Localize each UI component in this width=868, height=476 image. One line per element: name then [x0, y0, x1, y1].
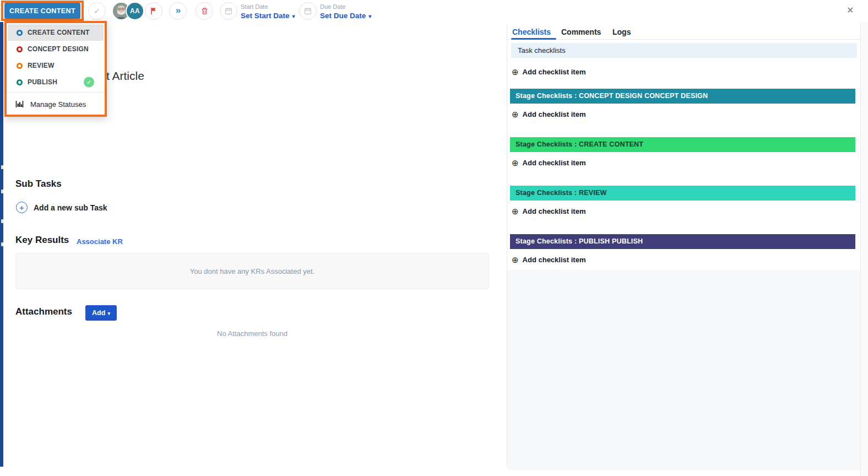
- due-date-label: Due Date: [320, 3, 345, 10]
- status-dot-icon: [17, 30, 23, 36]
- move-forward-button[interactable]: »: [169, 2, 187, 20]
- assignee-avatar[interactable]: AA: [126, 2, 144, 20]
- add-attachment-label: Add: [92, 309, 105, 317]
- status-option-create-content[interactable]: CREATE CONTENT: [8, 24, 104, 41]
- status-option-label: REVIEW: [28, 62, 55, 69]
- circle-plus-icon: +: [16, 202, 28, 213]
- sidebar-clipped-text-fragment: [1, 165, 3, 169]
- status-option-publish[interactable]: PUBLISH ✓: [8, 74, 104, 90]
- status-option-review[interactable]: REVIEW: [8, 57, 104, 74]
- dropdown-divider: [7, 92, 105, 93]
- add-subtask-label: Add a new sub Task: [34, 203, 107, 212]
- add-checklist-item-button[interactable]: ⊕ Add checklist item: [512, 207, 585, 215]
- set-start-date-link[interactable]: Set Start Date▾: [241, 12, 295, 20]
- caret-down-icon: ▾: [368, 13, 371, 19]
- task-title-fragment[interactable]: t Article: [106, 69, 144, 83]
- status-dropdown-menu: CREATE CONTENT CONCEPT DESIGN REVIEW PUB…: [7, 23, 105, 115]
- tab-logs[interactable]: Logs: [612, 28, 631, 36]
- add-checklist-item-button[interactable]: ⊕ Add checklist item: [512, 159, 585, 167]
- add-checklist-item-label: Add checklist item: [523, 159, 586, 167]
- status-option-label: CONCEPT DESIGN: [28, 45, 89, 53]
- stage-checklist-header-publish: Stage Checklists : PUBLISH PUBLISH: [510, 234, 855, 249]
- tab-checklists[interactable]: Checklists: [512, 28, 551, 36]
- panel-background: [507, 270, 860, 470]
- manage-statuses-item[interactable]: Manage Statuses: [7, 96, 105, 112]
- due-date-calendar-button[interactable]: [299, 2, 317, 20]
- circle-plus-icon: ⊕: [512, 110, 519, 118]
- circle-plus-icon: ⊕: [512, 207, 519, 215]
- status-option-label: CREATE CONTENT: [28, 29, 90, 36]
- panel-divider: [507, 25, 507, 467]
- scrollbar-gutter[interactable]: [860, 0, 868, 476]
- add-checklist-item-label: Add checklist item: [523, 256, 586, 264]
- add-attachment-button[interactable]: Add▾: [85, 305, 117, 321]
- add-checklist-item-button[interactable]: ⊕ Add checklist item: [512, 256, 585, 264]
- add-checklist-item-label: Add checklist item: [523, 68, 586, 76]
- status-dot-icon: [17, 63, 23, 69]
- calendar-icon: [304, 7, 312, 15]
- set-start-date-text: Set Start Date: [241, 12, 290, 20]
- close-modal-button[interactable]: ✕: [847, 5, 854, 15]
- sidebar-clipped-text-fragment: [1, 190, 3, 193]
- check-icon: ✓: [94, 6, 101, 16]
- double-chevron-icon: »: [176, 5, 180, 17]
- calendar-icon: [225, 7, 232, 15]
- annotation-highlight-status-dropdown: CREATE CONTENT CONCEPT DESIGN REVIEW PUB…: [4, 21, 107, 117]
- add-checklist-item-label: Add checklist item: [523, 207, 586, 215]
- circle-plus-icon: ⊕: [512, 159, 519, 167]
- flag-priority-button[interactable]: [145, 2, 162, 20]
- task-checklists-header: Task checklists: [511, 43, 857, 58]
- stage-checklist-header-create-content: Stage Checklists : CREATE CONTENT: [510, 137, 855, 152]
- attachments-heading: Attachments: [15, 306, 72, 317]
- trash-icon: [201, 7, 208, 15]
- add-checklist-item-label: Add checklist item: [523, 110, 586, 118]
- caret-down-icon: ▾: [292, 13, 295, 19]
- bar-chart-icon: [15, 100, 24, 108]
- start-date-label: Start Date: [241, 3, 268, 10]
- check-icon: ✓: [86, 79, 91, 86]
- key-results-empty-box: You dont have any KRs Associated yet.: [15, 253, 489, 289]
- active-tab-underline: [511, 38, 556, 40]
- key-results-empty-text: You dont have any KRs Associated yet.: [190, 267, 314, 275]
- tab-row-border: [507, 39, 860, 40]
- add-checklist-item-button[interactable]: ⊕ Add checklist item: [512, 110, 585, 118]
- set-due-date-text: Set Due Date: [320, 12, 366, 20]
- checked-status-icon: ✓: [84, 77, 94, 88]
- add-checklist-item-button[interactable]: ⊕ Add checklist item: [512, 68, 585, 76]
- caret-down-icon: ▾: [107, 311, 110, 316]
- status-option-concept-design[interactable]: CONCEPT DESIGN: [8, 41, 104, 57]
- tab-comments[interactable]: Comments: [561, 28, 601, 36]
- sidebar-clipped-text-fragment: [1, 242, 3, 246]
- status-dot-icon: [17, 46, 23, 52]
- subtasks-heading: Sub Tasks: [15, 178, 62, 190]
- circle-plus-icon: ⊕: [512, 68, 519, 76]
- stage-checklist-header-concept-design: Stage Checklists : CONCEPT DESIGN CONCEP…: [510, 89, 855, 104]
- task-detail-modal: CREATE CONTENT ✓ AA »: [0, 0, 868, 476]
- delete-task-button[interactable]: [196, 2, 213, 20]
- complete-task-button[interactable]: ✓: [88, 2, 106, 20]
- attachments-empty-text: No Attachments found: [15, 329, 489, 338]
- circle-plus-icon: ⊕: [512, 256, 519, 264]
- associate-kr-link[interactable]: Associate KR: [77, 237, 123, 246]
- start-date-calendar-button[interactable]: [220, 2, 237, 20]
- sidebar-clipped-text-fragment: [1, 219, 3, 223]
- key-results-heading: Key Results: [15, 235, 69, 246]
- set-due-date-link[interactable]: Set Due Date▾: [320, 12, 371, 20]
- add-subtask-button[interactable]: + Add a new sub Task: [16, 202, 107, 213]
- status-dot-icon: [17, 79, 23, 85]
- flag-icon: [150, 7, 158, 15]
- stage-checklist-header-review: Stage Checklists : REVIEW: [510, 186, 855, 201]
- plus-icon: +: [19, 203, 24, 212]
- status-button[interactable]: CREATE CONTENT: [4, 3, 80, 19]
- clipped-sidebar-strip: [0, 0, 3, 467]
- task-toolbar: CREATE CONTENT ✓ AA »: [0, 0, 868, 22]
- manage-statuses-label: Manage Statuses: [30, 100, 86, 109]
- status-option-label: PUBLISH: [28, 78, 57, 86]
